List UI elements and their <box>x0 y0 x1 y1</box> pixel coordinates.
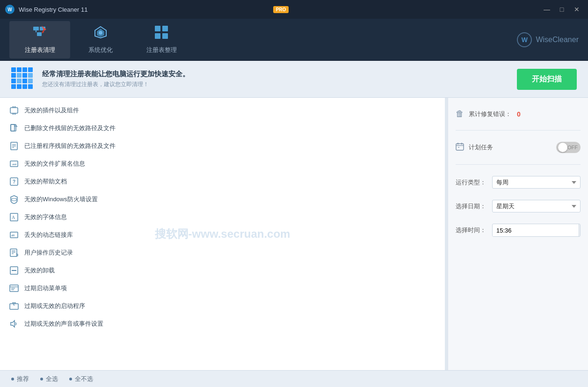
right-panel: 🗑 累计修复错误： 0 计划任务 OFF 运行类型： <box>448 98 588 370</box>
svg-rect-11 <box>155 33 160 39</box>
list-item-text: 无效的卸载 <box>24 266 55 275</box>
list-item[interactable]: 已删除文件残留的无效路径及文件 <box>0 119 445 137</box>
date-label: 选择日期： <box>456 202 488 211</box>
bottom-bar: 推荐 全选 全不选 <box>0 370 588 387</box>
svg-rect-15 <box>15 106 15 108</box>
time-up-button[interactable]: ▲ <box>579 224 581 230</box>
list-item-text: 无效的文件扩展名信息 <box>24 160 85 168</box>
list-item[interactable]: 过期或无效的启动程序 <box>0 297 445 315</box>
system-optimize-icon <box>93 25 108 43</box>
pro-badge: PRO <box>273 6 289 13</box>
list-item[interactable]: 已注册程序残留的无效路径及文件 <box>0 137 445 155</box>
list-item[interactable]: 过期启动菜单项 <box>0 279 445 297</box>
list-item[interactable]: A 无效的字体信息 <box>0 208 445 226</box>
list-item[interactable]: .dll 丢失的动态链接库 <box>0 226 445 244</box>
list-item[interactable]: 过期或无效的声音或事件设置 <box>0 315 445 333</box>
list-item-text: 过期或无效的启动程序 <box>24 302 85 310</box>
run-type-row: 运行类型： 每天 每周 每月 <box>456 174 581 190</box>
startup-menu-icon <box>9 284 19 293</box>
nav-label-system-optimize: 系统优化 <box>88 46 113 54</box>
list-item-text: 过期启动菜单项 <box>24 284 67 292</box>
svg-rect-14 <box>13 106 14 108</box>
windows-grid-icon <box>11 67 35 91</box>
info-text: 经常清理注册表能让您电脑运行更加快速安全。 您还没有清理过注册表，建议您立即清理… <box>42 70 517 88</box>
uninstall-icon <box>9 266 19 275</box>
bottom-recommend[interactable]: 推荐 <box>11 375 29 383</box>
svg-rect-12 <box>162 33 168 39</box>
list-item-text: 无效的插件以及组件 <box>24 106 79 115</box>
main-area: 经常清理注册表能让您电脑运行更加快速安全。 您还没有清理过注册表，建议您立即清理… <box>0 61 588 387</box>
left-panel: 搜软网-www.secruan.com 无效的插件以及组件 已删除文件残留的无效… <box>0 98 445 370</box>
maximize-button[interactable]: □ <box>555 3 568 16</box>
trash-icon: 🗑 <box>456 109 464 119</box>
bottom-deselect-all[interactable]: 全不选 <box>69 375 93 383</box>
svg-rect-44 <box>10 304 18 309</box>
list-item-text: 已删除文件残留的无效路径及文件 <box>24 124 116 132</box>
stat-value: 0 <box>517 110 521 118</box>
svg-rect-16 <box>13 113 14 115</box>
divider <box>456 164 581 165</box>
list-item[interactable]: 用户操作历史记录 <box>0 244 445 262</box>
list-item[interactable]: ? 无效的帮助文档 <box>0 173 445 190</box>
nav-item-system-optimize[interactable]: 系统优化 <box>70 21 131 58</box>
file-reg-icon <box>9 141 19 151</box>
file-deleted-icon <box>9 124 19 133</box>
history-icon <box>9 248 19 257</box>
list-item-text: 无效的帮助文档 <box>24 177 67 186</box>
list-item-text: 无效的字体信息 <box>24 213 67 221</box>
run-type-label: 运行类型： <box>456 178 488 187</box>
calendar-icon <box>456 142 464 153</box>
list-item[interactable]: 无效的卸载 <box>0 262 445 279</box>
brand-name: WiseCleaner <box>536 36 579 44</box>
list-item[interactable]: .ext 无效的文件扩展名信息 <box>0 155 445 173</box>
font-icon: A <box>9 212 19 222</box>
date-select[interactable]: 星期一 星期二 星期三 星期四 星期五 星期六 星期天 <box>492 200 581 212</box>
svg-rect-19 <box>11 124 15 131</box>
brand-logo: W WiseCleaner <box>517 32 579 47</box>
nav-items: 注册表清理 系统优化 注册表整理 <box>9 21 192 58</box>
list-item[interactable]: 无效的Windows防火墙设置 <box>0 190 445 208</box>
app-logo-icon: W <box>5 4 15 15</box>
time-input[interactable] <box>493 225 579 236</box>
scan-button[interactable]: 开始扫描 <box>517 69 577 90</box>
startup-prog-icon <box>9 301 19 311</box>
time-down-button[interactable]: ▼ <box>579 230 581 236</box>
dot-icon <box>40 378 43 380</box>
dll-icon: .dll <box>9 230 19 240</box>
schedule-row: 计划任务 OFF <box>456 140 581 155</box>
app-title: Wise Registry Cleaner 11 <box>19 6 270 13</box>
list-item[interactable]: 无效的插件以及组件 <box>0 102 445 119</box>
run-type-select[interactable]: 每天 每周 每月 <box>492 176 581 189</box>
toggle-knob <box>558 143 567 152</box>
schedule-label: 计划任务 <box>469 143 552 152</box>
nav-item-registry-clean[interactable]: 注册表清理 <box>9 21 70 58</box>
bottom-deselect-all-label: 全不选 <box>75 375 93 383</box>
registry-clean-icon <box>32 25 47 43</box>
bottom-select-all-label: 全选 <box>46 375 58 383</box>
svg-rect-18 <box>11 124 16 131</box>
svg-point-8 <box>99 31 102 35</box>
dot-icon <box>69 378 72 380</box>
close-button[interactable]: ✕ <box>570 3 583 16</box>
nav-item-registry-defrag[interactable]: 注册表整理 <box>131 21 192 58</box>
window-controls: — □ ✕ <box>540 3 583 16</box>
svg-rect-34 <box>10 249 17 256</box>
minimize-button[interactable]: — <box>540 3 553 16</box>
info-bar: 经常清理注册表能让您电脑运行更加快速安全。 您还没有清理过注册表，建议您立即清理… <box>0 61 588 98</box>
list-item-text: 用户操作历史记录 <box>24 248 73 257</box>
titlebar: W Wise Registry Cleaner 11 PRO — □ ✕ <box>0 0 588 19</box>
firewall-icon <box>9 195 19 204</box>
svg-text:.dll: .dll <box>11 234 15 237</box>
file-ext-icon: .ext <box>9 159 19 168</box>
list-item-text: 无效的Windows防火墙设置 <box>24 195 98 204</box>
schedule-toggle[interactable]: OFF <box>556 142 581 153</box>
time-spinners: ▲ ▼ <box>579 224 581 236</box>
svg-text:A: A <box>12 215 15 220</box>
nav-label-registry-clean: 注册表清理 <box>25 46 55 54</box>
bottom-select-all[interactable]: 全选 <box>40 375 58 383</box>
svg-marker-45 <box>11 321 15 327</box>
svg-text:?: ? <box>13 179 15 184</box>
sound-icon <box>9 319 19 329</box>
registry-defrag-icon <box>154 25 169 43</box>
plugin-icon <box>9 106 19 115</box>
